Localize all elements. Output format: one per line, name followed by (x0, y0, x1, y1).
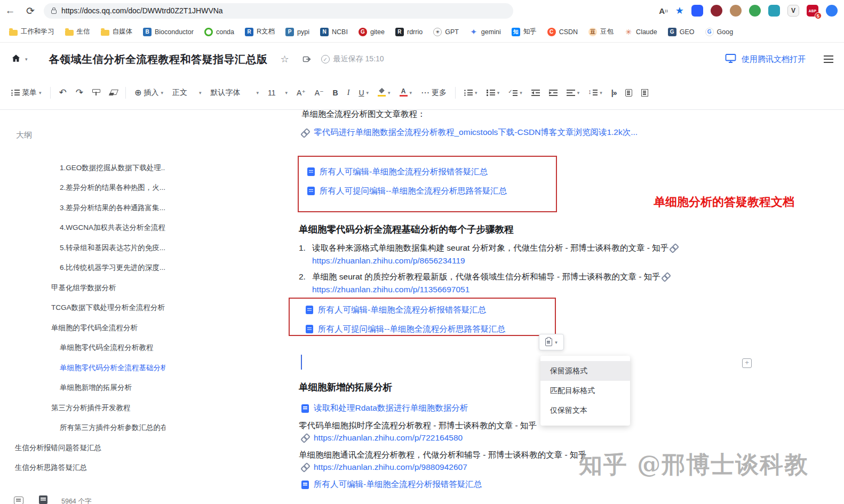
outline-item-sc-basic-active[interactable]: 单细胞零代码分析全流程基础分析... (0, 358, 165, 378)
hamburger-menu-icon[interactable] (824, 55, 833, 63)
refresh-icon[interactable] (20, 5, 41, 17)
menu-item-keep-source-format[interactable]: 保留源格式 (540, 361, 630, 381)
outline-item-immune[interactable]: 5.转录组和基因表达芯片的免疫... (0, 238, 165, 258)
extension-icon-vimium[interactable]: V (787, 5, 799, 17)
bookmark-media[interactable]: 自媒体 (96, 25, 138, 38)
font-color-button[interactable] (396, 85, 416, 100)
extension-icon-table[interactable] (768, 5, 780, 17)
font-size-select[interactable]: 11 (264, 85, 291, 100)
outline-item-methylation[interactable]: 甲基化组学数据分析 (0, 278, 165, 298)
indent-button[interactable] (545, 86, 561, 99)
cellchat-url-link[interactable]: https://zhuanlan.zhihu.com/p/9880942607 (301, 462, 467, 472)
bookmark-doubao[interactable]: 豆豆包 (584, 25, 618, 38)
outline-item-diff-heatmap[interactable]: 2.差异分析的结果各种热图，火... (0, 178, 165, 198)
font-family-select[interactable]: 默认字体 (207, 85, 263, 101)
pseudotime-url-link[interactable]: https://zhuanlan.zhihu.com/p/722164580 (301, 433, 463, 443)
outline-item-tcga[interactable]: TCGA数据下载处理分析全流程分析 (0, 298, 165, 318)
insert-button[interactable]: 插入 (131, 84, 167, 101)
more-button[interactable]: 更多 (417, 84, 450, 101)
add-comment-icon[interactable] (742, 358, 752, 368)
extension-icon-bear[interactable] (730, 5, 742, 17)
rdata-link[interactable]: 读取和处理Rdata数据进行单细胞数据分析 (301, 403, 468, 414)
back-icon[interactable] (0, 5, 20, 17)
bookmark-bioconductor[interactable]: BBioconductor (138, 26, 198, 38)
qa-ask-link[interactable]: 所有人可提问编辑--单细胞全流程分析思路答疑汇总 (307, 181, 556, 201)
bookmark-gemini[interactable]: ✦gemini (465, 26, 506, 38)
outline-item-error-qa[interactable]: 生信分析报错问题答疑汇总 (0, 438, 165, 458)
font-size-increase-button[interactable] (293, 85, 309, 100)
bookmark-ncbi[interactable]: NNCBI (315, 26, 353, 38)
zhihu-url-link[interactable]: https://zhuanlan.zhihu.com/p/11356697051 (312, 285, 469, 294)
bookmark-gitee[interactable]: Ggitee (354, 26, 389, 38)
star-doc-icon[interactable] (281, 53, 289, 65)
outline-item-singlecell-nocode[interactable]: 单细胞的零代码全流程分析 (0, 318, 165, 338)
bookmark-google[interactable]: GGoog (700, 26, 738, 38)
align-button[interactable] (563, 86, 584, 99)
bookmark-geo[interactable]: GGEO (663, 26, 699, 38)
format-painter-button[interactable] (89, 86, 103, 99)
favorite-star-icon[interactable] (675, 5, 684, 17)
qa-edit-link[interactable]: 所有人可编辑-单细胞全流程分析报错答疑汇总 (307, 162, 556, 181)
bookmark-csdn[interactable]: CCSDN (543, 26, 583, 38)
outline-item-plugin-params[interactable]: 所有第三方插件分析参数汇总的在... (0, 418, 165, 438)
undo-button[interactable] (55, 84, 70, 101)
redo-button[interactable] (72, 84, 87, 101)
bottom-qa-edit-link[interactable]: 所有人可编辑-单细胞全流程分析报错答疑汇总 (301, 479, 482, 490)
bookmark-bioinfo[interactable]: 生信 (60, 25, 95, 38)
outline-item-geo[interactable]: 1.GEO数据挖掘从数据下载处理... (0, 158, 165, 178)
home-icon[interactable] (11, 53, 21, 66)
extension-icon-green[interactable] (749, 5, 761, 17)
extension-icon-docs[interactable] (691, 5, 703, 17)
bookmark-pypi[interactable]: Ppypi (281, 26, 314, 38)
blockquote-button[interactable] (608, 85, 620, 100)
outline-item-wgcna[interactable]: 4.WGCNA加权共表达分析全流程... (0, 218, 165, 238)
outline-item-sc-extension[interactable]: 单细胞新增的拓展分析 (0, 378, 165, 398)
grid-icon[interactable] (14, 497, 23, 504)
pages-icon[interactable] (39, 495, 47, 504)
outdent-button[interactable] (528, 86, 544, 99)
italic-button[interactable] (344, 85, 354, 100)
bookmark-rdocs[interactable]: RR文档 (240, 25, 280, 38)
menu-item-keep-text-only[interactable]: 仅保留文本 (540, 401, 630, 420)
qa-ask-link[interactable]: 所有人可提问编辑--单细胞全流程分析思路答疑汇总 (306, 319, 555, 339)
bookmark-claude[interactable]: ✳Claude (619, 26, 662, 38)
outline-item-pathway[interactable]: 3.差异分析结果的各种通路富集... (0, 198, 165, 218)
bullet-list-button[interactable] (460, 86, 481, 99)
outline-item-idea-qa[interactable]: 生信分析思路答疑汇总 (0, 458, 165, 478)
highlight-color-button[interactable] (374, 85, 394, 100)
bookmark-conda[interactable]: conda (200, 26, 239, 38)
open-in-tencent-docs-link[interactable]: 使用腾讯文档打开 (742, 54, 806, 65)
bookmark-gpt[interactable]: ✳GPT (428, 26, 464, 38)
csdn-tutorial-link[interactable]: 零代码进行单细胞数据全流程分析教程_omicstools下载-CSDN博客文章浏… (301, 127, 638, 138)
qa-edit-link[interactable]: 所有人可编辑-单细胞全流程分析报错答疑汇总 (306, 300, 555, 319)
read-aloud-icon[interactable] (659, 6, 668, 15)
line-spacing-button[interactable] (585, 86, 606, 99)
menu-item-match-target-format[interactable]: 匹配目标格式 (540, 381, 630, 401)
indent-icon (549, 90, 558, 96)
clear-format-button[interactable] (105, 86, 121, 99)
bookmark-work-study[interactable]: 工作和学习 (4, 25, 59, 38)
underline-button[interactable] (355, 85, 372, 100)
extension-icon-screenshot[interactable] (711, 5, 722, 17)
numbered-list-button[interactable] (483, 86, 504, 99)
outline-item-plugin-dev[interactable]: 第三方分析插件开发教程 (0, 398, 165, 418)
share-icon[interactable] (302, 54, 312, 64)
extension-icon-blue[interactable] (826, 5, 838, 17)
bold-button[interactable] (329, 85, 342, 100)
paste-options-button[interactable] (539, 334, 564, 350)
outline-item-deeplearning[interactable]: 6.比传统机器学习更先进的深度... (0, 258, 165, 278)
chevron-down-icon[interactable] (25, 57, 28, 62)
outline-item-sc-tutorial[interactable]: 单细胞零代码全流程分析教程 (0, 338, 165, 358)
extra-tool-button[interactable] (638, 86, 652, 100)
extension-icon-adblock[interactable]: ABP5 (807, 5, 818, 17)
zhihu-url-link[interactable]: https://zhuanlan.zhihu.com/p/8656234119 (312, 256, 465, 265)
address-bar[interactable]: https://docs.qq.com/doc/DWWtrd0Z2T1JHWVN… (44, 3, 513, 19)
checklist-button[interactable] (505, 86, 526, 99)
document-canvas[interactable]: 单细胞全流程分析图文文章教程： 零代码进行单细胞数据全流程分析教程_omicst… (165, 110, 844, 504)
bookmark-zhihu[interactable]: 知知乎 (507, 25, 542, 38)
page-layout-button[interactable] (622, 86, 636, 100)
paragraph-style-select[interactable]: 正文 (169, 85, 205, 101)
menu-button[interactable]: 菜单 (7, 85, 45, 101)
bookmark-rdrrio[interactable]: Rrdrrio (391, 26, 427, 38)
font-size-decrease-button[interactable] (311, 85, 328, 100)
